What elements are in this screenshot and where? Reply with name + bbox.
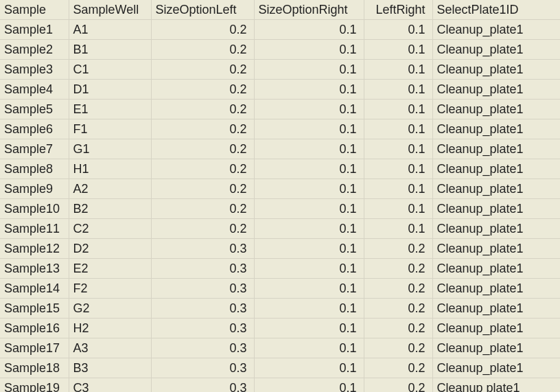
table-row[interactable]: Sample6F10.20.10.1Cleanup_plate1 bbox=[0, 119, 560, 139]
cell-sizeoptionright[interactable]: 0.1 bbox=[254, 279, 364, 299]
cell-sizeoptionleft[interactable]: 0.2 bbox=[151, 60, 254, 80]
cell-sizeoptionright[interactable]: 0.1 bbox=[254, 80, 364, 100]
cell-leftright[interactable]: 0.1 bbox=[364, 80, 432, 100]
cell-samplewell[interactable]: F2 bbox=[69, 279, 151, 299]
cell-leftright[interactable]: 0.1 bbox=[364, 219, 432, 239]
cell-leftright[interactable]: 0.2 bbox=[364, 358, 432, 378]
cell-leftright[interactable]: 0.2 bbox=[364, 259, 432, 279]
cell-sample[interactable]: Sample17 bbox=[0, 338, 69, 358]
cell-samplewell[interactable]: E2 bbox=[69, 259, 151, 279]
cell-sample[interactable]: Sample14 bbox=[0, 279, 69, 299]
cell-samplewell[interactable]: A2 bbox=[69, 179, 151, 199]
cell-selectplate1id[interactable]: Cleanup_plate1 bbox=[432, 40, 560, 60]
cell-sizeoptionleft[interactable]: 0.2 bbox=[151, 20, 254, 40]
cell-sizeoptionleft[interactable]: 0.3 bbox=[151, 279, 254, 299]
cell-selectplate1id[interactable]: Cleanup_plate1 bbox=[432, 179, 560, 199]
cell-samplewell[interactable]: B3 bbox=[69, 358, 151, 378]
cell-sizeoptionleft[interactable]: 0.2 bbox=[151, 179, 254, 199]
cell-leftright[interactable]: 0.1 bbox=[364, 100, 432, 119]
cell-sizeoptionleft[interactable]: 0.2 bbox=[151, 219, 254, 239]
cell-sample[interactable]: Sample13 bbox=[0, 259, 69, 279]
cell-sizeoptionleft[interactable]: 0.3 bbox=[151, 358, 254, 378]
cell-sample[interactable]: Sample16 bbox=[0, 319, 69, 338]
cell-selectplate1id[interactable]: Cleanup_plate1 bbox=[432, 139, 560, 159]
cell-sample[interactable]: Sample15 bbox=[0, 299, 69, 319]
cell-sample[interactable]: Sample9 bbox=[0, 179, 69, 199]
cell-selectplate1id[interactable]: Cleanup_plate1 bbox=[432, 319, 560, 338]
cell-samplewell[interactable]: G1 bbox=[69, 139, 151, 159]
cell-selectplate1id[interactable]: Cleanup_plate1 bbox=[432, 199, 560, 219]
cell-samplewell[interactable]: D2 bbox=[69, 239, 151, 259]
table-row[interactable]: Sample15G20.30.10.2Cleanup_plate1 bbox=[0, 299, 560, 319]
cell-sizeoptionleft[interactable]: 0.2 bbox=[151, 199, 254, 219]
cell-leftright[interactable]: 0.1 bbox=[364, 159, 432, 179]
cell-selectplate1id[interactable]: Cleanup_plate1 bbox=[432, 80, 560, 100]
table-row[interactable]: Sample2B10.20.10.1Cleanup_plate1 bbox=[0, 40, 560, 60]
col-header-sizeoptionleft[interactable]: SizeOptionLeft bbox=[151, 0, 254, 20]
table-row[interactable]: Sample17A30.30.10.2Cleanup_plate1 bbox=[0, 338, 560, 358]
cell-sizeoptionleft[interactable]: 0.2 bbox=[151, 139, 254, 159]
cell-sizeoptionleft[interactable]: 0.3 bbox=[151, 239, 254, 259]
col-header-leftright[interactable]: LeftRight bbox=[364, 0, 432, 20]
table-row[interactable]: Sample9A20.20.10.1Cleanup_plate1 bbox=[0, 179, 560, 199]
cell-sample[interactable]: Sample19 bbox=[0, 378, 69, 393]
cell-sizeoptionright[interactable]: 0.1 bbox=[254, 179, 364, 199]
cell-sizeoptionright[interactable]: 0.1 bbox=[254, 378, 364, 393]
cell-samplewell[interactable]: G2 bbox=[69, 299, 151, 319]
col-header-sizeoptionright[interactable]: SizeOptionRight bbox=[254, 0, 364, 20]
cell-selectplate1id[interactable]: Cleanup_plate1 bbox=[432, 259, 560, 279]
cell-leftright[interactable]: 0.1 bbox=[364, 40, 432, 60]
table-row[interactable]: Sample5E10.20.10.1Cleanup_plate1 bbox=[0, 100, 560, 119]
cell-selectplate1id[interactable]: Cleanup_plate1 bbox=[432, 60, 560, 80]
cell-selectplate1id[interactable]: Cleanup_plate1 bbox=[432, 20, 560, 40]
table-row[interactable]: Sample19C30.30.10.2Cleanup plate1 bbox=[0, 378, 560, 393]
cell-leftright[interactable]: 0.2 bbox=[364, 338, 432, 358]
cell-sizeoptionright[interactable]: 0.1 bbox=[254, 199, 364, 219]
cell-samplewell[interactable]: H2 bbox=[69, 319, 151, 338]
cell-leftright[interactable]: 0.1 bbox=[364, 199, 432, 219]
cell-selectplate1id[interactable]: Cleanup_plate1 bbox=[432, 279, 560, 299]
spreadsheet[interactable]: Sample SampleWell SizeOptionLeft SizeOpt… bbox=[0, 0, 560, 392]
cell-sizeoptionleft[interactable]: 0.2 bbox=[151, 119, 254, 139]
cell-sizeoptionleft[interactable]: 0.2 bbox=[151, 80, 254, 100]
cell-sample[interactable]: Sample8 bbox=[0, 159, 69, 179]
cell-samplewell[interactable]: D1 bbox=[69, 80, 151, 100]
table-row[interactable]: Sample8H10.20.10.1Cleanup_plate1 bbox=[0, 159, 560, 179]
header-row[interactable]: Sample SampleWell SizeOptionLeft SizeOpt… bbox=[0, 0, 560, 20]
cell-selectplate1id[interactable]: Cleanup_plate1 bbox=[432, 219, 560, 239]
cell-sizeoptionright[interactable]: 0.1 bbox=[254, 319, 364, 338]
cell-samplewell[interactable]: F1 bbox=[69, 119, 151, 139]
cell-samplewell[interactable]: A1 bbox=[69, 20, 151, 40]
cell-sizeoptionright[interactable]: 0.1 bbox=[254, 299, 364, 319]
table-row[interactable]: Sample14F20.30.10.2Cleanup_plate1 bbox=[0, 279, 560, 299]
cell-sizeoptionright[interactable]: 0.1 bbox=[254, 60, 364, 80]
cell-samplewell[interactable]: B2 bbox=[69, 199, 151, 219]
cell-sizeoptionleft[interactable]: 0.2 bbox=[151, 40, 254, 60]
cell-sample[interactable]: Sample12 bbox=[0, 239, 69, 259]
cell-sample[interactable]: Sample10 bbox=[0, 199, 69, 219]
cell-sizeoptionright[interactable]: 0.1 bbox=[254, 358, 364, 378]
cell-sizeoptionleft[interactable]: 0.2 bbox=[151, 159, 254, 179]
cell-samplewell[interactable]: E1 bbox=[69, 100, 151, 119]
cell-selectplate1id[interactable]: Cleanup_plate1 bbox=[432, 119, 560, 139]
cell-selectplate1id[interactable]: Cleanup_plate1 bbox=[432, 239, 560, 259]
cell-samplewell[interactable]: A3 bbox=[69, 338, 151, 358]
col-header-selectplate1id[interactable]: SelectPlate1ID bbox=[432, 0, 560, 20]
cell-samplewell[interactable]: C3 bbox=[69, 378, 151, 393]
cell-leftright[interactable]: 0.1 bbox=[364, 60, 432, 80]
cell-sizeoptionleft[interactable]: 0.3 bbox=[151, 259, 254, 279]
cell-sizeoptionleft[interactable]: 0.2 bbox=[151, 100, 254, 119]
table-row[interactable]: Sample16H20.30.10.2Cleanup_plate1 bbox=[0, 319, 560, 338]
cell-samplewell[interactable]: B1 bbox=[69, 40, 151, 60]
table-row[interactable]: Sample11C20.20.10.1Cleanup_plate1 bbox=[0, 219, 560, 239]
cell-sample[interactable]: Sample2 bbox=[0, 40, 69, 60]
cell-leftright[interactable]: 0.2 bbox=[364, 279, 432, 299]
cell-sizeoptionleft[interactable]: 0.3 bbox=[151, 378, 254, 393]
cell-selectplate1id[interactable]: Cleanup_plate1 bbox=[432, 358, 560, 378]
table-row[interactable]: Sample3C10.20.10.1Cleanup_plate1 bbox=[0, 60, 560, 80]
table-row[interactable]: Sample12D20.30.10.2Cleanup_plate1 bbox=[0, 239, 560, 259]
cell-sample[interactable]: Sample1 bbox=[0, 20, 69, 40]
cell-selectplate1id[interactable]: Cleanup_plate1 bbox=[432, 159, 560, 179]
cell-sizeoptionright[interactable]: 0.1 bbox=[254, 20, 364, 40]
data-table[interactable]: Sample SampleWell SizeOptionLeft SizeOpt… bbox=[0, 0, 560, 392]
